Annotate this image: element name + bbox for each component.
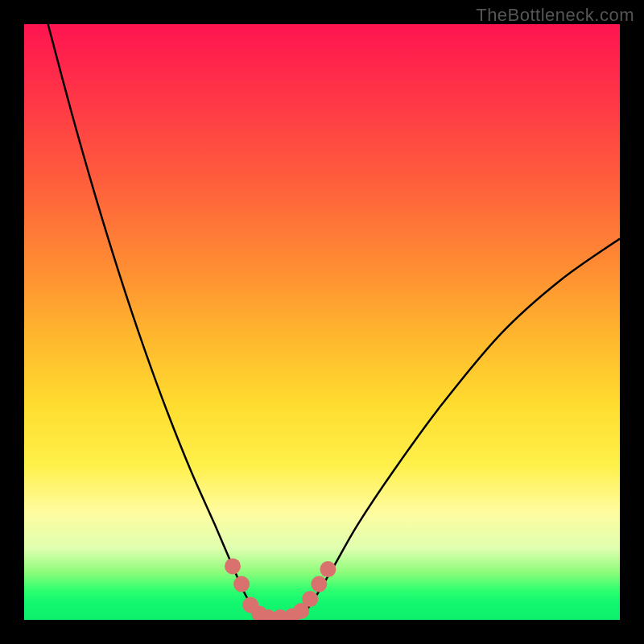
marker-group: [225, 558, 336, 620]
watermark: TheBottleneck.com: [476, 5, 634, 26]
marker-dot: [225, 558, 241, 574]
right-branch-curve: [304, 238, 620, 613]
chart-svg: [24, 24, 620, 620]
marker-dot: [233, 576, 250, 592]
left-branch-curve: [48, 24, 257, 614]
marker-dot: [302, 591, 318, 607]
marker-dot: [320, 561, 336, 577]
marker-dot: [311, 576, 327, 592]
plot-area: [24, 24, 620, 620]
